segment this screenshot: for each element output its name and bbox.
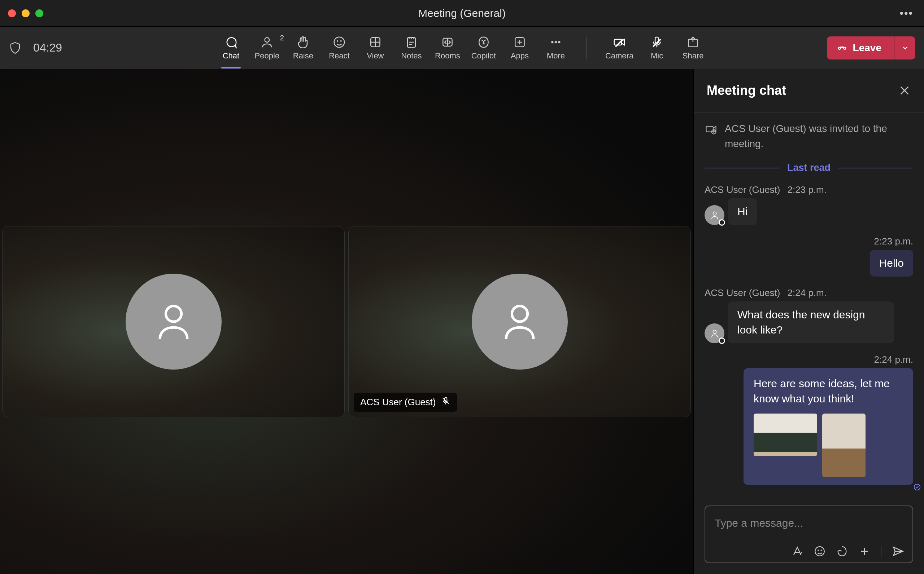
people-count: 2 bbox=[280, 34, 284, 42]
svg-point-23 bbox=[818, 550, 818, 550]
chat-message[interactable]: What does the new design look like? bbox=[704, 301, 913, 343]
rooms-button[interactable]: Rooms bbox=[435, 35, 460, 61]
avatar-placeholder bbox=[472, 274, 568, 369]
person-icon bbox=[150, 298, 197, 345]
shield-icon[interactable] bbox=[9, 41, 22, 54]
svg-point-0 bbox=[265, 38, 270, 42]
chat-header: Meeting chat bbox=[694, 69, 924, 112]
ellipsis-icon bbox=[549, 35, 563, 49]
svg-point-24 bbox=[821, 550, 821, 550]
system-message: ACS User (Guest) was invited to the meet… bbox=[704, 121, 913, 151]
share-icon bbox=[686, 35, 700, 49]
loop-button[interactable] bbox=[836, 545, 848, 557]
more-label: More bbox=[547, 51, 565, 61]
avatar-placeholder bbox=[126, 274, 222, 369]
copilot-icon bbox=[477, 35, 490, 49]
close-window-button[interactable] bbox=[8, 9, 16, 17]
svg-point-21 bbox=[914, 484, 920, 490]
mic-off-icon bbox=[650, 35, 664, 49]
format-button[interactable] bbox=[791, 545, 804, 557]
camera-label: Camera bbox=[605, 51, 633, 61]
share-label: Share bbox=[682, 51, 704, 61]
tile-name-label: ACS User (Guest) bbox=[354, 393, 457, 412]
attachment-image[interactable] bbox=[754, 413, 817, 456]
last-read-marker: Last read bbox=[704, 162, 913, 173]
msg-header: 2:23 p.m. bbox=[704, 236, 913, 247]
msg-time: 2:24 p.m. bbox=[788, 287, 827, 298]
camera-button[interactable]: Camera bbox=[605, 35, 633, 61]
apps-label: Apps bbox=[511, 51, 529, 61]
share-button[interactable]: Share bbox=[680, 35, 706, 61]
compose-toolbar bbox=[705, 540, 913, 563]
react-button[interactable]: React bbox=[327, 35, 352, 61]
chat-label: Chat bbox=[223, 51, 239, 61]
message-bubble-with-attachments: Here are some ideas, let me know what yo… bbox=[744, 368, 913, 485]
apps-button[interactable]: Apps bbox=[507, 35, 532, 61]
invite-icon bbox=[704, 123, 718, 136]
message-bubble: What does the new design look like? bbox=[728, 301, 894, 343]
copilot-label: Copilot bbox=[471, 51, 496, 61]
compose-area bbox=[694, 506, 924, 574]
close-icon bbox=[898, 84, 911, 97]
presence-indicator bbox=[718, 337, 725, 344]
chat-button[interactable]: Chat bbox=[218, 35, 244, 61]
video-tile-guest[interactable]: ACS User (Guest) bbox=[348, 226, 691, 417]
video-tile-self[interactable] bbox=[2, 226, 345, 417]
react-label: React bbox=[329, 51, 350, 61]
window-title: Meeting (General) bbox=[418, 7, 506, 19]
notes-button[interactable]: Notes bbox=[399, 35, 424, 61]
rooms-label: Rooms bbox=[435, 51, 460, 61]
titlebar: Meeting (General) ••• bbox=[0, 0, 924, 27]
chevron-down-icon bbox=[901, 44, 909, 52]
people-label: People bbox=[255, 51, 280, 61]
svg-point-2 bbox=[337, 41, 338, 41]
toolbar-separator bbox=[587, 37, 587, 59]
leave-options-button[interactable] bbox=[894, 36, 915, 60]
titlebar-more-icon[interactable]: ••• bbox=[899, 7, 913, 19]
message-text: Here are some ideas, let me know what yo… bbox=[754, 376, 903, 406]
chat-message[interactable]: Hello bbox=[704, 250, 913, 276]
notes-label: Notes bbox=[401, 51, 422, 61]
more-button[interactable]: More bbox=[543, 35, 568, 61]
fullscreen-window-button[interactable] bbox=[35, 9, 43, 17]
people-icon bbox=[260, 35, 274, 49]
attachment-image[interactable] bbox=[822, 413, 865, 477]
leave-label: Leave bbox=[853, 42, 881, 54]
mic-button[interactable]: Mic bbox=[644, 35, 669, 61]
chat-message[interactable]: Hi bbox=[704, 198, 913, 225]
msg-sender: ACS User (Guest) bbox=[704, 184, 780, 196]
message-input[interactable] bbox=[705, 506, 913, 540]
leave-button[interactable]: Leave bbox=[827, 36, 894, 60]
raise-label: Raise bbox=[293, 51, 313, 61]
people-button[interactable]: 2 People bbox=[255, 35, 280, 61]
emoji-button[interactable] bbox=[813, 545, 826, 557]
presence-indicator bbox=[718, 219, 725, 226]
attachment-row bbox=[754, 413, 903, 477]
send-button[interactable] bbox=[891, 545, 904, 557]
plus-box-icon bbox=[513, 35, 527, 49]
chat-body[interactable]: ACS User (Guest) was invited to the meet… bbox=[694, 112, 924, 506]
svg-point-15 bbox=[512, 306, 527, 322]
svg-point-8 bbox=[551, 41, 553, 43]
add-button[interactable] bbox=[858, 545, 870, 557]
close-chat-button[interactable] bbox=[898, 84, 911, 97]
copilot-button[interactable]: Copilot bbox=[471, 35, 496, 61]
tile-mic-off-icon bbox=[441, 396, 451, 408]
msg-sender: ACS User (Guest) bbox=[704, 287, 780, 298]
view-button[interactable]: View bbox=[363, 35, 388, 61]
svg-point-22 bbox=[815, 547, 824, 556]
seen-indicator-icon bbox=[913, 480, 921, 488]
svg-point-14 bbox=[166, 306, 181, 322]
message-bubble: Hi bbox=[728, 198, 757, 225]
separator bbox=[881, 546, 881, 557]
chat-message[interactable]: Here are some ideas, let me know what yo… bbox=[704, 368, 913, 485]
mic-label: Mic bbox=[651, 51, 663, 61]
traffic-lights bbox=[0, 9, 43, 17]
svg-rect-12 bbox=[655, 37, 659, 43]
raise-button[interactable]: Raise bbox=[291, 35, 316, 61]
msg-header: ACS User (Guest) 2:24 p.m. bbox=[704, 287, 913, 298]
svg-point-20 bbox=[713, 330, 716, 333]
video-area: ACS User (Guest) bbox=[0, 69, 693, 574]
minimize-window-button[interactable] bbox=[22, 9, 30, 17]
camera-off-icon bbox=[612, 35, 626, 49]
